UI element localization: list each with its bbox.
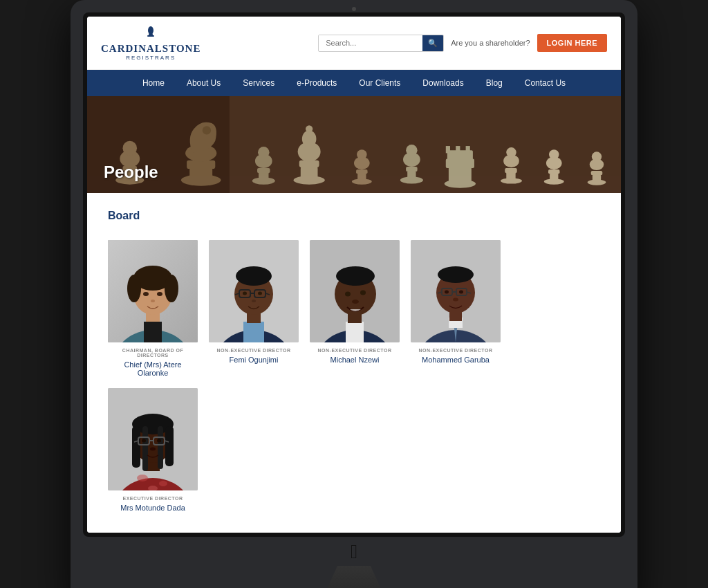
member-role-4: NON-EXECUTIVE DIRECTOR (419, 348, 493, 353)
svg-rect-28 (357, 173, 366, 182)
member-name-5[interactable]: Mrs Motunde Dada (120, 504, 185, 512)
svg-point-66 (165, 275, 178, 302)
site-header: CardinalStone Registrars 🔍 Are you a sha… (87, 17, 621, 70)
svg-point-25 (302, 130, 317, 147)
login-button[interactable]: LOGIN HERE (537, 34, 607, 52)
svg-point-0 (148, 26, 153, 35)
board-member-3[interactable]: NON-EXECUTIVE DIRECTOR Michael Nzewi (310, 240, 400, 377)
screen: CardinalStone Registrars 🔍 Are you a sha… (87, 17, 621, 533)
svg-point-111 (159, 481, 167, 486)
svg-rect-2 (147, 35, 154, 37)
member-photo-1 (108, 240, 198, 342)
svg-point-99 (438, 266, 474, 283)
svg-point-67 (143, 292, 149, 296)
camera (352, 7, 356, 11)
svg-point-84 (252, 300, 256, 302)
board-member-1[interactable]: CHAIRMAN, BOARD OF DIRECTORS Chief (Mrs)… (108, 240, 198, 377)
monitor-stand (83, 566, 625, 588)
svg-rect-46 (505, 168, 516, 173)
svg-point-65 (127, 275, 141, 302)
logo-main-text: CardinalStone (101, 43, 201, 55)
svg-point-58 (592, 151, 602, 161)
board-member-4[interactable]: NON-EXECUTIVE DIRECTOR Mohammed Garuba (411, 240, 501, 377)
member-name-3[interactable]: Michael Nzewi (330, 356, 380, 364)
svg-rect-29 (356, 169, 367, 174)
member-name-1[interactable]: Chief (Mrs) Atere Olaronke (108, 360, 198, 377)
svg-rect-41 (446, 146, 450, 153)
member-photo-2 (209, 240, 299, 342)
monitor: CardinalStone Registrars 🔍 Are you a sha… (71, 0, 637, 588)
member-role-3: NON-EXECUTIVE DIRECTOR (318, 348, 392, 353)
nav-contact-us[interactable]: Contact Us (514, 70, 577, 96)
svg-point-68 (157, 292, 162, 296)
member-name-4[interactable]: Mohammed Garuba (422, 356, 490, 364)
member-name-2[interactable]: Femi Ogunjimi (230, 356, 279, 364)
svg-rect-70 (144, 322, 162, 342)
svg-point-69 (151, 300, 155, 302)
svg-point-91 (345, 292, 351, 297)
shareholder-text: Are you a shareholder? (451, 39, 530, 47)
svg-rect-119 (165, 426, 174, 466)
svg-point-26 (306, 125, 313, 132)
svg-point-53 (549, 149, 559, 159)
svg-rect-118 (158, 426, 163, 469)
board-section-title: Board (108, 210, 600, 226)
nav-services[interactable]: Services (232, 70, 286, 96)
svg-rect-45 (506, 172, 515, 181)
svg-point-92 (360, 291, 366, 295)
svg-point-127 (150, 448, 156, 451)
search-container: 🔍 (318, 35, 444, 52)
svg-rect-43 (466, 146, 470, 153)
svg-rect-33 (407, 171, 416, 181)
stand-neck (313, 566, 395, 588)
svg-rect-34 (406, 167, 417, 172)
nav-our-clients[interactable]: Our Clients (348, 70, 411, 96)
svg-rect-117 (142, 426, 148, 471)
nav-blog[interactable]: Blog (475, 70, 514, 96)
svg-point-125 (142, 439, 146, 443)
svg-rect-116 (132, 426, 140, 468)
svg-point-107 (453, 298, 458, 302)
board-grid: CHAIRMAN, BOARD OF DIRECTORS Chief (Mrs)… (108, 240, 600, 512)
svg-rect-17 (259, 172, 268, 181)
svg-point-36 (406, 145, 417, 156)
board-member-2[interactable]: NON-EXECUTIVE DIRECTOR Femi Ogunjimi (209, 240, 299, 377)
svg-point-76 (236, 266, 272, 286)
svg-point-106 (459, 291, 463, 294)
svg-rect-50 (550, 173, 558, 182)
svg-point-82 (243, 292, 247, 295)
member-role-2: NON-EXECUTIVE DIRECTOR (217, 348, 291, 353)
member-photo-4 (411, 240, 501, 342)
svg-rect-73 (243, 322, 264, 342)
svg-point-10 (122, 141, 137, 156)
nav-home[interactable]: Home (131, 70, 176, 96)
svg-point-105 (445, 291, 449, 294)
main-nav: Home About Us Services e-Products Our Cl… (87, 70, 621, 96)
nav-downloads[interactable]: Downloads (411, 70, 474, 96)
svg-point-15 (203, 126, 211, 134)
svg-rect-56 (591, 171, 602, 175)
logo-sub-text: Registrars (126, 55, 176, 61)
board-member-5[interactable]: EXECUTIVE DIRECTOR Mrs Motunde Dada (108, 388, 198, 512)
svg-point-110 (137, 475, 148, 481)
svg-rect-22 (301, 166, 318, 182)
search-button[interactable]: 🔍 (422, 35, 443, 51)
svg-rect-87 (346, 322, 364, 342)
svg-point-48 (506, 147, 516, 157)
hero-banner: People (87, 96, 621, 193)
svg-point-20 (258, 147, 269, 158)
member-photo-5 (108, 388, 198, 490)
svg-rect-42 (456, 146, 460, 153)
svg-point-93 (352, 300, 359, 304)
svg-rect-18 (257, 168, 270, 173)
search-input[interactable] (319, 35, 422, 50)
member-role-1: CHAIRMAN, BOARD OF DIRECTORS (108, 348, 198, 358)
logo[interactable]: CardinalStone Registrars (101, 25, 201, 61)
chess-background (87, 96, 621, 193)
nav-about-us[interactable]: About Us (176, 70, 232, 96)
header-right: 🔍 Are you a shareholder? LOGIN HERE (318, 34, 607, 52)
apple-logo:  (83, 541, 625, 563)
hero-title: People (104, 163, 158, 182)
nav-e-products[interactable]: e-Products (286, 70, 348, 96)
svg-point-31 (357, 149, 366, 159)
